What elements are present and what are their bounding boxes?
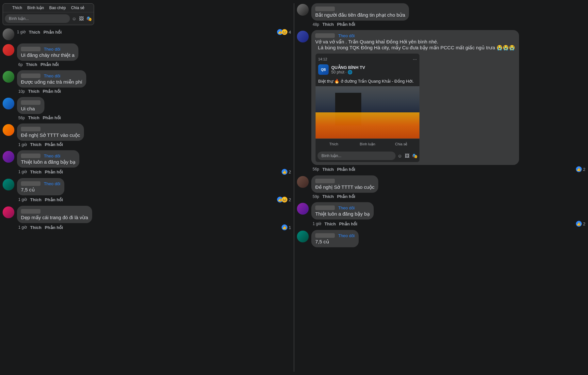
comment-row: Theo dõi Được uống nác trà miễn phí 10p … (3, 70, 291, 94)
toolbar-bao-chep[interactable]: Bao chép (49, 6, 66, 10)
thich-button[interactable]: Thích (322, 22, 334, 27)
phan-hoi-button[interactable]: Phản hồi (41, 62, 59, 67)
theo-doi-button[interactable]: Theo dõi (44, 154, 60, 158)
share-action[interactable]: Chia sẻ (385, 141, 417, 148)
comment-bubble: Theo dõi Ui đăng cháy như thiệt a (17, 43, 78, 61)
shared-post-header: 14:12 ··· (316, 54, 419, 64)
toolbar-binh-luan[interactable]: Bình luận (27, 6, 44, 10)
phan-hoi-button[interactable]: Phản hồi (43, 115, 61, 120)
toolbar-icons: ☺ 🖼 🎭 (398, 153, 417, 158)
theo-doi-button[interactable]: Theo dõi (338, 205, 355, 210)
phan-hoi-button[interactable]: Phản hồi (45, 225, 63, 230)
emoji-icon[interactable]: ☺ (398, 153, 402, 158)
more-options-icon[interactable]: ··· (413, 56, 417, 62)
theo-doi-button[interactable]: Theo dõi (338, 233, 355, 238)
comment-body: Theo dõi 7,5 củ (311, 230, 585, 247)
reaction-count: 2 (289, 197, 291, 202)
avatar (297, 231, 309, 242)
comment-time: 1 giờ (17, 30, 25, 34)
comment-row: Theo dõi Vớ va vớ vẩn . Trần Quang khaỉ … (297, 30, 585, 172)
thich-button[interactable]: Thích (322, 194, 334, 199)
phan-hoi-button[interactable]: Phản hồi (45, 197, 63, 202)
phan-hoi-button[interactable]: Phản hồi (337, 22, 355, 27)
reaction-count: 2 (289, 170, 291, 174)
like-action[interactable]: Thích (318, 141, 350, 148)
thich-button[interactable]: Thích (324, 221, 336, 226)
comment-bubble: Theo dõi 7,5 củ (311, 230, 359, 247)
comment-body: Bắt người đầu tiên đăng tin phạt cho bửa… (311, 3, 585, 27)
avatar (3, 206, 14, 218)
sticker-icon[interactable]: 🎭 (412, 153, 417, 158)
like-icon: 👍 (576, 166, 582, 172)
thich-button[interactable]: Thích (322, 167, 334, 172)
comment-body: Đề nghị Sở TTTT vào cuộc 59p Thích Phản … (311, 175, 585, 199)
phan-hoi-button[interactable]: Phản hồi (337, 167, 355, 172)
comment-text: Ui đăng cháy như thiệt a (21, 52, 74, 58)
comment-meta: 1 giờ Thích Phản hồi 👍 2 (18, 169, 291, 175)
sticker-icon[interactable]: 🎭 (86, 16, 92, 21)
reaction-badge: 👍 2 (576, 221, 585, 227)
comment-author (21, 100, 41, 105)
phan-hoi-button[interactable]: Phản hồi (45, 142, 63, 147)
comment-text: Ui cha (21, 106, 41, 111)
comment-body: Theo dõi 7,5 củ 1 giờ Thích Phản hồi 👍 😆… (17, 178, 291, 203)
phan-hoi-button[interactable]: Phản hồi (43, 89, 61, 94)
shared-post-info: QB QUẢNG BÌNH TV 50 phút · 🌐 (316, 64, 419, 77)
comment-row: Bắt người đầu tiên đăng tin phạt cho bửa… (297, 3, 585, 27)
reaction-badge: 👍 😆 4 (277, 29, 291, 35)
thich-button[interactable]: Thích (30, 197, 41, 202)
thich-button[interactable]: Thích (28, 89, 40, 94)
thich-button[interactable]: Thích (30, 225, 41, 230)
avatar (3, 28, 14, 40)
shared-post-time: 14:12 (318, 57, 327, 61)
toolbar-thich[interactable]: Thích (12, 6, 22, 10)
thich-button[interactable]: Thích (29, 30, 40, 35)
page-name: QUẢNG BÌNH TV (331, 65, 365, 70)
comment-time: 59p (313, 194, 319, 199)
comment-text: Thiệt luôn a đăng bậy bạ (315, 211, 370, 217)
phan-hoi-button[interactable]: Phản hồi (337, 194, 355, 199)
theo-doi-button[interactable]: Theo dõi (44, 181, 60, 186)
comment-row: Đề nghị Sở TTTT vào cuộc 1 giờ Thích Phả… (3, 123, 291, 147)
like-icon: 👍 (282, 169, 287, 175)
comment-body: Đề nghị Sở TTTT vào cuộc 1 giờ Thích Phả… (17, 123, 291, 147)
theo-doi-button[interactable]: Theo dõi (44, 47, 60, 52)
reaction-badge: 👍 2 (576, 166, 585, 172)
comment-row: Theo dõi Ui đăng cháy như thiệt a 6p Thí… (3, 43, 291, 67)
laugh-icon: 😆 (282, 29, 287, 35)
comment-meta: 1 giờ Thích Phản hồi 👍 😆 2 (18, 197, 291, 203)
reaction-count: 4 (289, 30, 291, 35)
comment-time: 10p (18, 89, 25, 94)
image-icon[interactable]: 🖼 (79, 16, 84, 21)
comment-author (21, 154, 41, 158)
phan-hoi-button[interactable]: Phản hồi (45, 170, 63, 174)
avatar (297, 31, 309, 42)
comment-input-preview[interactable]: Bình luận... (5, 14, 70, 23)
avatar (3, 44, 14, 56)
phan-hoi-button[interactable]: Phản hồi (339, 221, 357, 226)
theo-doi-button[interactable]: Theo dõi (338, 33, 355, 38)
comment-text: Thiệt luôn a đăng bậy bạ (21, 159, 75, 165)
toolbar-chia-se[interactable]: Chia sẻ (71, 6, 84, 10)
comment-meta: 1 giờ Thích Phản hồi 👍 2 (313, 221, 585, 227)
comment-text: Dẹp mấy cái trang đó đi là vừa (21, 215, 88, 220)
image-icon[interactable]: 🖼 (405, 153, 409, 158)
theo-doi-button[interactable]: Theo dõi (44, 73, 60, 78)
comment-row: 1 giờ Thích Phản hồi 👍 😆 4 (3, 28, 291, 40)
comment-input-shared[interactable]: Bình luận... (318, 152, 396, 160)
comment-action[interactable]: Bình luận (351, 141, 384, 148)
shared-post-preview: 14:12 ··· QB QUẢNG BÌNH TV 50 phút · 🌐 B… (315, 53, 420, 162)
comment-text: Đề nghị Sở TTTT vào cuộc (21, 132, 80, 138)
thich-button[interactable]: Thích (26, 62, 37, 67)
comment-meta: 1 giờ Thích Phản hồi 👍 1 (18, 224, 291, 230)
emoji-icon[interactable]: ☺ (72, 16, 76, 21)
comment-meta: 56p Thích Phản hồi (18, 115, 291, 120)
thich-button[interactable]: Thích (30, 142, 41, 147)
comment-text: Đề nghị Sở TTTT vào cuộc (315, 184, 374, 190)
comment-row: Đề nghị Sở TTTT vào cuộc 59p Thích Phản … (297, 175, 585, 199)
phan-hoi-button[interactable]: Phản hồi (43, 30, 62, 35)
reaction-count: 2 (583, 167, 585, 172)
thich-button[interactable]: Thích (28, 115, 40, 120)
thich-button[interactable]: Thích (30, 170, 41, 174)
comment-meta: 59p Thích Phản hồi (313, 194, 585, 199)
